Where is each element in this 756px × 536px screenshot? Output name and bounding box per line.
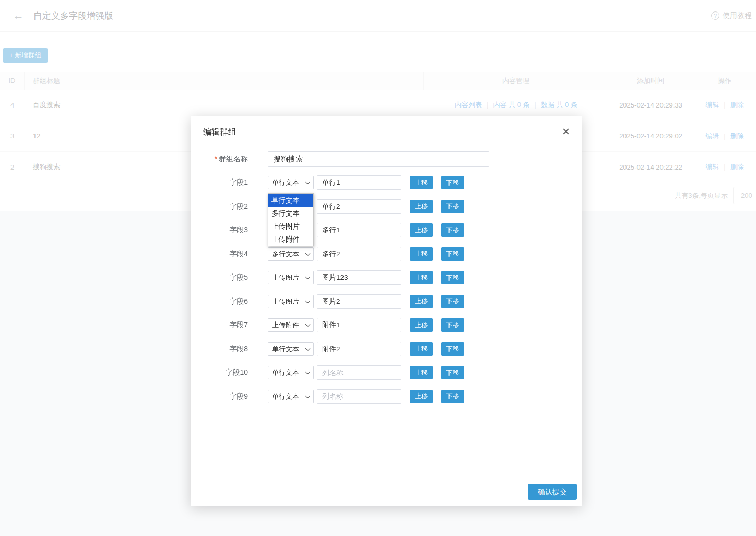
field-type-value: 单行文本 [272, 368, 299, 377]
field-type-value: 上传图片 [272, 297, 299, 306]
move-up-button[interactable]: 上移 [410, 247, 433, 261]
field-label: 字段7 [203, 320, 248, 330]
required-mark: * [215, 154, 217, 163]
field-type-value: 多行文本 [272, 249, 299, 259]
field-label: 字段3 [203, 225, 248, 235]
field-row: 字段3 多行文本 上移 下移 [203, 223, 570, 237]
move-up-button[interactable]: 上移 [410, 176, 433, 189]
edit-group-modal: 编辑群组 × *群组名称 字段1 单行文本 上移 下移 字段2 单行文本 上移 … [191, 116, 582, 506]
field-type-select[interactable]: 单行文本 [268, 176, 314, 189]
field-label: 字段6 [203, 297, 248, 306]
field-type-select[interactable]: 单行文本 [268, 366, 314, 379]
move-down-button[interactable]: 下移 [441, 366, 464, 379]
move-up-button[interactable]: 上移 [410, 271, 433, 284]
modal-title: 编辑群组 [203, 126, 237, 138]
move-down-button[interactable]: 下移 [441, 318, 464, 332]
field-label: 字段4 [203, 249, 248, 259]
field-name-input[interactable] [317, 294, 401, 309]
move-up-button[interactable]: 上移 [410, 200, 433, 213]
field-name-input[interactable] [317, 365, 401, 380]
chevron-down-icon [305, 251, 311, 256]
field-row: 字段8 单行文本 上移 下移 [203, 342, 570, 356]
chevron-down-icon [305, 298, 311, 303]
field-type-value: 单行文本 [272, 178, 299, 187]
field-label: 字段2 [203, 202, 248, 211]
chevron-down-icon [305, 275, 311, 280]
move-down-button[interactable]: 下移 [441, 247, 464, 261]
field-type-dropdown-menu: 单行文本 多行文本 上传图片 上传附件 [268, 193, 314, 246]
dropdown-option[interactable]: 多行文本 [268, 207, 313, 220]
move-up-button[interactable]: 上移 [410, 223, 433, 237]
field-row: 字段7 上传附件 上移 下移 [203, 318, 570, 332]
dropdown-option[interactable]: 上传图片 [268, 220, 313, 233]
field-name-input[interactable] [317, 247, 401, 261]
group-name-row: *群组名称 [203, 151, 570, 167]
field-type-select[interactable]: 多行文本 [268, 247, 314, 261]
field-type-select[interactable]: 单行文本 [268, 342, 314, 356]
field-type-value: 单行文本 [272, 392, 299, 401]
field-row: 字段1 单行文本 上移 下移 [203, 175, 570, 190]
chevron-down-icon [305, 370, 311, 375]
dropdown-option[interactable]: 单行文本 [268, 194, 313, 207]
field-label: 字段8 [203, 344, 248, 354]
move-down-button[interactable]: 下移 [441, 271, 464, 284]
group-name-label-text: 群组名称 [219, 154, 248, 163]
chevron-down-icon [305, 180, 311, 185]
move-up-button[interactable]: 上移 [410, 295, 433, 308]
field-name-input[interactable] [317, 175, 401, 190]
move-up-button[interactable]: 上移 [410, 366, 433, 379]
field-type-value: 上传图片 [272, 273, 299, 282]
field-name-input[interactable] [317, 199, 401, 214]
field-label: 字段10 [203, 368, 248, 377]
move-up-button[interactable]: 上移 [410, 318, 433, 332]
field-label: 字段9 [203, 392, 248, 401]
field-name-input[interactable] [317, 342, 401, 356]
field-name-input[interactable] [317, 389, 401, 404]
chevron-down-icon [305, 346, 311, 351]
submit-button[interactable]: 确认提交 [528, 484, 577, 500]
field-name-input[interactable] [317, 270, 401, 285]
move-up-button[interactable]: 上移 [410, 390, 433, 403]
dropdown-option[interactable]: 上传附件 [268, 233, 313, 246]
field-type-select[interactable]: 单行文本 [268, 390, 314, 403]
field-name-input[interactable] [317, 318, 401, 332]
field-type-select[interactable]: 上传图片 [268, 271, 314, 284]
field-row: 字段2 单行文本 上移 下移 [203, 199, 570, 214]
field-row: 字段5 上传图片 上移 下移 [203, 270, 570, 285]
chevron-down-icon [305, 322, 311, 327]
field-row: 字段10 单行文本 上移 下移 [203, 365, 570, 380]
move-up-button[interactable]: 上移 [410, 342, 433, 356]
close-icon[interactable]: × [562, 126, 570, 137]
field-type-value: 上传附件 [272, 320, 299, 330]
group-name-label: *群组名称 [203, 154, 248, 164]
field-row: 字段4 多行文本 上移 下移 [203, 247, 570, 261]
group-name-input[interactable] [268, 151, 489, 167]
move-down-button[interactable]: 下移 [441, 200, 464, 213]
field-name-input[interactable] [317, 223, 401, 237]
field-row: 字段9 单行文本 上移 下移 [203, 389, 570, 404]
field-type-select[interactable]: 上传图片 [268, 295, 314, 308]
field-row: 字段6 上传图片 上移 下移 [203, 294, 570, 309]
move-down-button[interactable]: 下移 [441, 176, 464, 189]
move-down-button[interactable]: 下移 [441, 223, 464, 237]
field-label: 字段5 [203, 273, 248, 282]
field-label: 字段1 [203, 178, 248, 187]
field-type-select[interactable]: 上传附件 [268, 318, 314, 332]
chevron-down-icon [305, 393, 311, 398]
move-down-button[interactable]: 下移 [441, 295, 464, 308]
move-down-button[interactable]: 下移 [441, 342, 464, 356]
field-type-value: 单行文本 [272, 344, 299, 354]
move-down-button[interactable]: 下移 [441, 390, 464, 403]
